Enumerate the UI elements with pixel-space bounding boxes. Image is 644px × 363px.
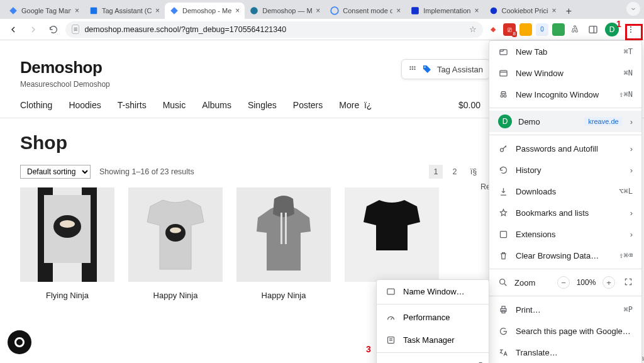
cookiebot-icon	[411, 6, 419, 15]
nav-hoodies[interactable]: Hoodies	[69, 100, 101, 110]
site-settings-icon[interactable]: ≡	[72, 25, 79, 34]
site-title: Demoshop	[20, 58, 110, 77]
menu-task-manager[interactable]: Task Manager	[377, 328, 489, 351]
nav-albums[interactable]: Albums	[202, 100, 231, 110]
tab-google-tag-manager[interactable]: Google Tag Man ×	[4, 3, 84, 19]
chrome-menu-button[interactable]	[623, 21, 639, 38]
pagination: 1 2 ï§	[429, 165, 480, 179]
page-title: Shop	[20, 132, 480, 154]
close-icon[interactable]: ×	[316, 6, 320, 15]
bookmark-star-icon[interactable]: ☆	[469, 25, 477, 34]
new-tab-button[interactable]: +	[562, 4, 577, 19]
address-bar[interactable]: ≡ demoshop.measure.school/?gtm_debug=170…	[65, 21, 483, 38]
nav-singles[interactable]: Singles	[248, 100, 277, 110]
chevron-right-icon: ›	[630, 208, 633, 218]
menu-new-window[interactable]: New Window ⌘N	[489, 62, 641, 84]
tab-demoshop-wp[interactable]: Demoshop — Me ×	[245, 3, 325, 19]
nav-tshirts[interactable]: T-shirts	[118, 100, 147, 110]
extensions-area: ◆ ⎚ 0	[487, 23, 581, 36]
cookie-consent-fab[interactable]	[8, 330, 31, 354]
menu-translate[interactable]: Translate…	[489, 342, 641, 363]
menu-profile[interactable]: D Demo kreave.de ›	[489, 111, 641, 132]
menu-bookmarks[interactable]: Bookmarks and lists ›	[489, 202, 641, 223]
product-image	[20, 187, 114, 282]
svg-point-44	[500, 279, 505, 284]
tab-implementation[interactable]: Implementation ×	[406, 3, 484, 19]
close-icon[interactable]: ×	[396, 6, 401, 15]
svg-point-24	[60, 220, 75, 228]
sort-select[interactable]: Default sorting	[20, 165, 91, 179]
svg-rect-30	[285, 213, 287, 244]
page-next[interactable]: ï§	[467, 165, 480, 179]
close-icon[interactable]: ×	[235, 6, 240, 15]
menu-new-tab[interactable]: New Tab ⌘T	[489, 41, 641, 62]
cart-link[interactable]: $0.00	[458, 100, 480, 110]
product-image	[128, 187, 223, 282]
menu-downloads[interactable]: Downloads ⌥⌘L	[489, 181, 641, 202]
nav-more[interactable]: More ï¿	[339, 100, 372, 110]
code-icon	[386, 360, 396, 363]
zoom-out-button[interactable]: −	[557, 276, 570, 289]
svg-rect-7	[589, 26, 597, 33]
extensions-puzzle-icon[interactable]	[569, 23, 581, 36]
ext-icon-1[interactable]: ◆	[487, 23, 499, 36]
svg-point-18	[425, 67, 426, 68]
menu-print[interactable]: Print… ⌘P	[489, 299, 641, 320]
chevron-right-icon: ›	[630, 144, 633, 154]
close-icon[interactable]: ×	[155, 6, 160, 15]
product-card[interactable]: Happy Ninja	[128, 187, 223, 300]
svg-point-16	[412, 69, 413, 70]
product-card[interactable]: Happy Ninja	[236, 187, 331, 300]
forward-button[interactable]	[25, 21, 42, 38]
nav-clothing[interactable]: Clothing	[20, 100, 52, 110]
window-icon	[386, 286, 396, 296]
tab-cookiebot-pricing[interactable]: Cookiebot Prici ×	[484, 3, 562, 19]
menu-search-google[interactable]: Search this page with Google…	[489, 320, 641, 342]
ext-icon-green[interactable]	[552, 23, 565, 36]
tag-icon	[422, 64, 432, 74]
tag-assistant-icon	[89, 6, 98, 15]
menu-history[interactable]: History ›	[489, 159, 641, 181]
menu-passwords[interactable]: Passwords and Autofill ›	[489, 138, 641, 159]
tab-demoshop-active[interactable]: Demoshop - Me ×	[165, 3, 245, 19]
close-icon[interactable]: ×	[475, 6, 479, 15]
menu-developer-tools[interactable]: Developer Tools ⌥⌘I	[377, 354, 489, 363]
page-2[interactable]: 2	[448, 165, 462, 179]
ext-icon-adblock[interactable]: ⎚	[503, 23, 516, 36]
svg-point-17	[414, 69, 415, 70]
profile-avatar-icon: D	[498, 114, 512, 128]
menu-name-window[interactable]: Name Window…	[377, 280, 489, 303]
chevron-right-icon: ›	[630, 230, 633, 239]
product-card[interactable]: Flying Ninja	[20, 187, 114, 300]
task-icon	[386, 335, 396, 345]
menu-clear-data[interactable]: Clear Browsing Data… ⇧⌘⌫	[489, 245, 641, 266]
menu-extensions[interactable]: Extensions ›	[489, 223, 641, 245]
nav-music[interactable]: Music	[163, 100, 186, 110]
product-image	[345, 187, 439, 282]
result-count: Showing 1–16 of 23 results	[99, 167, 194, 176]
chrome-main-menu: New Tab ⌘T New Window ⌘N New Incognito W…	[489, 40, 642, 363]
ext-icon-counter[interactable]: 0	[536, 23, 548, 36]
nav-posters[interactable]: Posters	[293, 100, 323, 110]
window-controls-dropdown[interactable]	[626, 2, 640, 16]
page-1[interactable]: 1	[429, 165, 443, 179]
tab-tag-assistant[interactable]: Tag Assistant (C ×	[84, 3, 165, 19]
menu-incognito[interactable]: New Incognito Window ⇧⌘N	[489, 84, 641, 105]
svg-point-3	[250, 7, 258, 14]
side-panel-icon[interactable]	[585, 21, 601, 38]
zoom-in-button[interactable]: +	[602, 276, 615, 289]
zoom-percent: 100%	[576, 278, 596, 287]
svg-rect-47	[502, 306, 505, 308]
ext-icon-amber[interactable]	[519, 23, 532, 36]
tag-assistant-pill[interactable]: Tag Assistan	[401, 59, 490, 79]
menu-performance[interactable]: Performance	[377, 306, 489, 328]
reload-button[interactable]	[45, 21, 62, 38]
close-icon[interactable]: ×	[552, 6, 557, 15]
svg-line-45	[504, 284, 506, 286]
annotation-number-1: 1	[616, 19, 621, 29]
tab-consent-mode[interactable]: Consent mode o ×	[325, 3, 406, 19]
tab-bar: Google Tag Man × Tag Assistant (C × Demo…	[0, 0, 644, 19]
fullscreen-button[interactable]	[624, 277, 633, 288]
back-button[interactable]	[5, 21, 21, 38]
close-icon[interactable]: ×	[75, 6, 79, 15]
